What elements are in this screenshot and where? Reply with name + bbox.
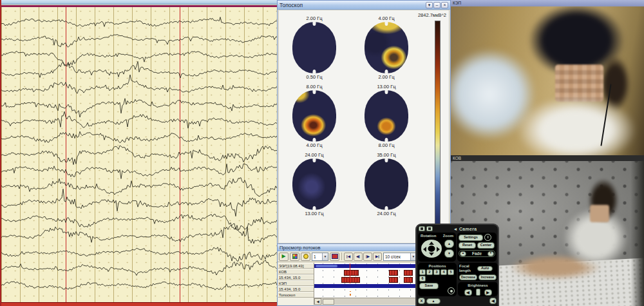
video-kep-titlebar[interactable]: КЭП	[451, 0, 644, 6]
save-button[interactable]: Save	[419, 283, 439, 289]
scroll-left-button[interactable]: ◀	[314, 298, 321, 305]
chevron-down-icon[interactable]: ▼	[322, 253, 328, 260]
position-1-button[interactable]: 1	[419, 269, 426, 275]
arrow-left-icon[interactable]	[423, 247, 426, 252]
zoom-in-button[interactable]: ▲	[444, 240, 454, 248]
camera-control-panel: ◄ Camera Rotation Zoom ▲ ▼	[415, 224, 499, 306]
collapse-button[interactable]: ▲	[426, 298, 440, 304]
topomap-freq-top: 4.00 Гц	[378, 15, 394, 21]
position-2-button[interactable]: 2	[426, 269, 433, 275]
positions-label: Positions	[419, 264, 455, 269]
timeline-cursor[interactable]	[350, 263, 350, 283]
channel-list-item[interactable]: Топоскоп	[278, 292, 314, 298]
timeline-segment-block[interactable]	[389, 277, 399, 283]
timeline-segment-block[interactable]	[404, 277, 413, 283]
topomap-freq-bottom: 2.00 Гц	[378, 74, 394, 80]
speed-combo[interactable]: 10 с/сек ▼	[383, 253, 417, 261]
blurred-face	[590, 205, 609, 222]
close-panel-button[interactable]: X	[418, 298, 425, 304]
timeline-segment-block[interactable]	[344, 270, 359, 276]
brightness-slider[interactable]	[476, 289, 480, 296]
speed-combo-value: 10 с/сек	[385, 254, 401, 259]
video-window-kep: КЭП	[451, 0, 644, 155]
eeg-header-strip	[1, 0, 277, 5]
mode-button[interactable]	[301, 253, 310, 261]
layout-grid-icon	[292, 254, 298, 259]
back-button[interactable]: ◀	[489, 298, 497, 304]
topomap-freq-bottom: 4.00 Гц	[306, 142, 322, 148]
center-button[interactable]: Center	[477, 242, 495, 249]
wall-shadow	[630, 161, 644, 306]
arrow-right-icon[interactable]	[437, 247, 440, 252]
panel-window-icon-1[interactable]	[419, 226, 425, 231]
video-kov-titlebar[interactable]: КОВ	[451, 155, 644, 161]
play-icon: ▶	[281, 254, 285, 259]
position-6-button[interactable]: 6	[419, 276, 426, 282]
timeline-segment-block[interactable]	[389, 270, 399, 276]
panel-window-icon-2[interactable]	[426, 226, 433, 231]
reset-button[interactable]: Reset	[459, 242, 476, 249]
increase-button[interactable]: Increase	[478, 274, 497, 280]
topomap-freq-bottom: 24.00 Гц	[377, 211, 395, 216]
toolbar-separator	[341, 253, 342, 260]
record-icon[interactable]	[448, 287, 455, 294]
go-last-button[interactable]: ▶|	[373, 253, 382, 261]
topomap-freq-bottom: 13.00 Гц	[305, 211, 323, 216]
close-button[interactable]: ×	[441, 2, 448, 8]
arrow-down-icon[interactable]	[429, 253, 434, 256]
topomap-freq-top: 13.00 Гц	[377, 84, 395, 90]
channel-list-item[interactable]: КОВ	[278, 269, 314, 274]
video-kep-title: КЭП	[453, 1, 461, 5]
channel-list-item[interactable]: 15.434, 15.0	[278, 286, 314, 292]
position-4-button[interactable]: 4	[440, 269, 447, 275]
topomap-freq-bottom: 0.50 Гц	[306, 74, 322, 80]
camera-actions-box: Settings Reset Center ▲ Fade ▼	[457, 233, 497, 262]
settings-button[interactable]: Settings	[459, 234, 483, 241]
toposcope-titlebar[interactable]: Топоскоп ▾ – ×	[278, 1, 450, 10]
go-first-button[interactable]: |◀	[344, 253, 353, 261]
position-5-button[interactable]: 5	[448, 269, 454, 275]
power-icon[interactable]	[484, 234, 491, 241]
fade-up-button[interactable]: ▲	[460, 251, 466, 256]
zoom-out-button[interactable]: ▼	[444, 249, 454, 258]
window-menu-button[interactable]: ▾	[426, 2, 433, 8]
layout-button[interactable]	[290, 253, 299, 261]
brightness-control: ◀ ▶	[464, 289, 492, 296]
go-next-button[interactable]: |▶	[363, 253, 372, 261]
auto-button[interactable]: Auto	[477, 266, 493, 271]
brightness-down-button[interactable]: ◀	[464, 289, 472, 296]
play-button[interactable]: ▶	[279, 253, 289, 261]
brightness-up-button[interactable]: ▶	[484, 289, 492, 296]
brain-topomap	[292, 158, 336, 210]
topomap-freq-top: 2.00 Гц	[306, 15, 322, 21]
camera-panel-titlebar[interactable]: ◄ Camera	[417, 225, 498, 233]
fade-down-button[interactable]: ▼	[488, 251, 494, 256]
go-prev-button[interactable]: ◀|	[354, 253, 363, 261]
channel-list-item[interactable]: ЭЭГ[19.08.43]	[278, 263, 314, 269]
brain-topomap	[292, 22, 336, 73]
channel-list-item[interactable]: 15.434, 15.0	[278, 274, 314, 280]
topomap-cell: 4.00 Гц 2.00 Гц	[361, 15, 412, 80]
rotation-dpad[interactable]	[421, 240, 442, 258]
arrow-up-icon[interactable]	[429, 242, 434, 245]
toposcope-title: Топоскоп	[279, 2, 425, 8]
camera-row-1: Rotation Zoom ▲ ▼ Settings	[417, 233, 498, 262]
topomap-grid: 2.00 Гц 0.50 Гц 4.00 Гц 2.00 Гц 8.00 Гц …	[289, 15, 415, 216]
position-3-button[interactable]: 3	[433, 269, 440, 275]
monitor-button[interactable]	[330, 253, 339, 261]
channel-list-item[interactable]: КЭП	[278, 280, 314, 286]
decrease-button[interactable]: Decrease	[459, 274, 477, 280]
minimize-button[interactable]: –	[433, 2, 440, 8]
page-combo[interactable]: 1 ▼	[312, 253, 328, 261]
camera-panel-title: ◄ Camera	[434, 227, 496, 231]
timeline-segment-block[interactable]	[341, 277, 360, 283]
power-colorbar	[435, 21, 440, 244]
brain-topomap	[292, 90, 336, 142]
topomap-freq-top: 24.00 Гц	[305, 152, 323, 158]
nav-buttons: |◀ ◀| |▶ ▶|	[344, 253, 382, 261]
timeline-segment-block[interactable]	[404, 270, 413, 276]
scale-max-label: 2842.7мкВ^2	[418, 12, 446, 18]
eeg-trace-area[interactable]	[1, 7, 277, 302]
scrollbar-thumb[interactable]	[323, 299, 334, 305]
topomap-cell: 2.00 Гц 0.50 Гц	[289, 15, 339, 80]
